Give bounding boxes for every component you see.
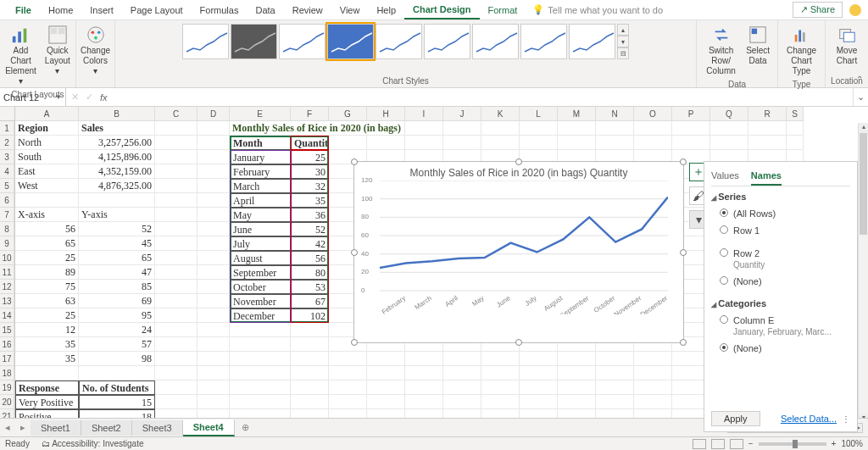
row-header-12[interactable]: 12 bbox=[0, 280, 14, 294]
tab-view[interactable]: View bbox=[331, 2, 369, 19]
chart-style-9[interactable] bbox=[569, 24, 615, 59]
col-header-N[interactable]: N bbox=[596, 107, 634, 121]
cell-bg[interactable] bbox=[291, 381, 329, 395]
cell-A17[interactable]: 35 bbox=[15, 352, 79, 366]
cell-bg[interactable] bbox=[634, 366, 672, 381]
zoom-in-button[interactable]: + bbox=[832, 439, 837, 448]
fx-icon[interactable]: fx bbox=[100, 92, 108, 103]
chart-resize-handle[interactable] bbox=[351, 339, 358, 346]
tp-radio-none2[interactable]: (None) bbox=[711, 340, 850, 357]
tp-more-icon[interactable]: ⋮ bbox=[842, 414, 850, 424]
row-header-16[interactable]: 16 bbox=[0, 337, 14, 352]
cell-bg[interactable] bbox=[155, 280, 198, 294]
cell-bg[interactable] bbox=[198, 308, 230, 323]
vertical-scrollbar[interactable]: ▴ ▾ bbox=[858, 123, 868, 424]
cell-A11[interactable]: 89 bbox=[15, 265, 79, 280]
cell-bg[interactable] bbox=[634, 381, 672, 395]
move-chart-button[interactable]: Move Chart bbox=[834, 24, 860, 68]
tab-review[interactable]: Review bbox=[284, 2, 331, 19]
row-header-5[interactable]: 5 bbox=[0, 179, 14, 193]
cell-bg[interactable] bbox=[367, 136, 405, 150]
cell-bg[interactable] bbox=[198, 208, 230, 222]
cell-bg[interactable] bbox=[329, 352, 367, 366]
cell-bg[interactable] bbox=[367, 366, 405, 381]
row-header-1[interactable]: 1 bbox=[0, 121, 14, 136]
collapse-ribbon-icon[interactable]: ⌃ bbox=[856, 75, 863, 84]
page-layout-view-button[interactable] bbox=[711, 439, 725, 449]
cell-B17[interactable]: 98 bbox=[79, 352, 155, 366]
cell-A20[interactable]: Very Positive bbox=[15, 395, 79, 409]
tab-file[interactable]: File bbox=[7, 2, 40, 19]
cell-E7[interactable]: May bbox=[230, 208, 291, 222]
row-header-10[interactable]: 10 bbox=[0, 251, 14, 265]
cell-bg[interactable] bbox=[155, 208, 198, 222]
cell-E8[interactable]: June bbox=[230, 222, 291, 236]
row-header-4[interactable]: 4 bbox=[0, 164, 14, 179]
sheet-nav-prev[interactable]: ◂ bbox=[0, 422, 15, 433]
sheet-tab-2[interactable]: Sheet2 bbox=[81, 420, 132, 436]
row-header-7[interactable]: 7 bbox=[0, 208, 14, 222]
cell-F12[interactable]: 53 bbox=[291, 280, 329, 294]
cell-bg[interactable] bbox=[15, 366, 79, 381]
sheet-tab-1[interactable]: Sheet1 bbox=[31, 420, 81, 436]
enter-formula-icon[interactable]: ✓ bbox=[86, 92, 93, 103]
cell-bg[interactable] bbox=[230, 323, 291, 337]
cell-bg[interactable] bbox=[155, 395, 198, 409]
cell-bg[interactable] bbox=[198, 121, 230, 136]
chart-style-5[interactable] bbox=[376, 24, 422, 59]
cell-bg[interactable] bbox=[155, 236, 198, 251]
cell-F5[interactable]: 32 bbox=[291, 179, 329, 193]
cell-E13[interactable]: November bbox=[230, 294, 291, 308]
cell-bg[interactable] bbox=[367, 381, 405, 395]
zoom-out-button[interactable]: − bbox=[748, 439, 754, 448]
row-header-17[interactable]: 17 bbox=[0, 352, 14, 366]
cell-F6[interactable]: 35 bbox=[291, 193, 329, 208]
cell-B14[interactable]: 95 bbox=[79, 308, 155, 323]
cell-bg[interactable] bbox=[405, 121, 443, 136]
cancel-formula-icon[interactable]: ✕ bbox=[71, 92, 79, 103]
cell-A1[interactable]: Region bbox=[15, 121, 79, 136]
cell-bg[interactable] bbox=[520, 381, 558, 395]
tab-home[interactable]: Home bbox=[40, 2, 81, 19]
cell-bg[interactable] bbox=[198, 323, 230, 337]
normal-view-button[interactable] bbox=[693, 439, 706, 449]
cell-bg[interactable] bbox=[596, 121, 634, 136]
cell-B11[interactable]: 47 bbox=[79, 265, 155, 280]
cell-bg[interactable] bbox=[155, 179, 198, 193]
cell-bg[interactable] bbox=[198, 150, 230, 164]
cell-B12[interactable]: 85 bbox=[79, 280, 155, 294]
cell-bg[interactable] bbox=[443, 121, 481, 136]
tab-data[interactable]: Data bbox=[247, 2, 283, 19]
cell-B19[interactable]: No. of Students bbox=[79, 381, 155, 395]
cell-F8[interactable]: 52 bbox=[291, 222, 329, 236]
tp-radio-none1[interactable]: (None) bbox=[711, 273, 850, 290]
cell-bg[interactable] bbox=[596, 366, 634, 381]
cell-A3[interactable]: South bbox=[15, 150, 79, 164]
cell-B9[interactable]: 45 bbox=[79, 236, 155, 251]
col-header-S[interactable]: S bbox=[787, 107, 804, 121]
cell-bg[interactable] bbox=[291, 366, 329, 381]
cell-bg[interactable] bbox=[329, 381, 367, 395]
cell-bg[interactable] bbox=[198, 337, 230, 352]
cell-bg[interactable] bbox=[155, 381, 198, 395]
sheet-tab-4[interactable]: Sheet4 bbox=[183, 419, 235, 436]
cell-bg[interactable] bbox=[558, 352, 596, 366]
add-chart-element-button[interactable]: Add Chart Element▾ bbox=[3, 24, 39, 88]
styles-scroll-down[interactable]: ▾ bbox=[617, 36, 629, 47]
cell-A15[interactable]: 12 bbox=[15, 323, 79, 337]
chart-style-1[interactable] bbox=[182, 24, 229, 59]
new-sheet-button[interactable]: ⊕ bbox=[235, 422, 256, 433]
zoom-slider[interactable] bbox=[759, 442, 826, 446]
cell-E1[interactable]: Monthly Sales of Rice in 2020 (in bags) bbox=[230, 121, 405, 136]
styles-scroll-up[interactable]: ▴ bbox=[617, 24, 629, 36]
cell-A5[interactable]: West bbox=[15, 179, 79, 193]
cell-F2[interactable]: Quantity bbox=[291, 136, 329, 150]
cell-bg[interactable] bbox=[155, 251, 198, 265]
cell-B15[interactable]: 24 bbox=[79, 323, 155, 337]
cell-bg[interactable] bbox=[291, 323, 329, 337]
cell-bg[interactable] bbox=[230, 337, 291, 352]
col-header-B[interactable]: B bbox=[79, 107, 155, 121]
cell-bg[interactable] bbox=[198, 352, 230, 366]
chart-resize-handle[interactable] bbox=[515, 158, 522, 165]
cell-A2[interactable]: North bbox=[15, 136, 79, 150]
